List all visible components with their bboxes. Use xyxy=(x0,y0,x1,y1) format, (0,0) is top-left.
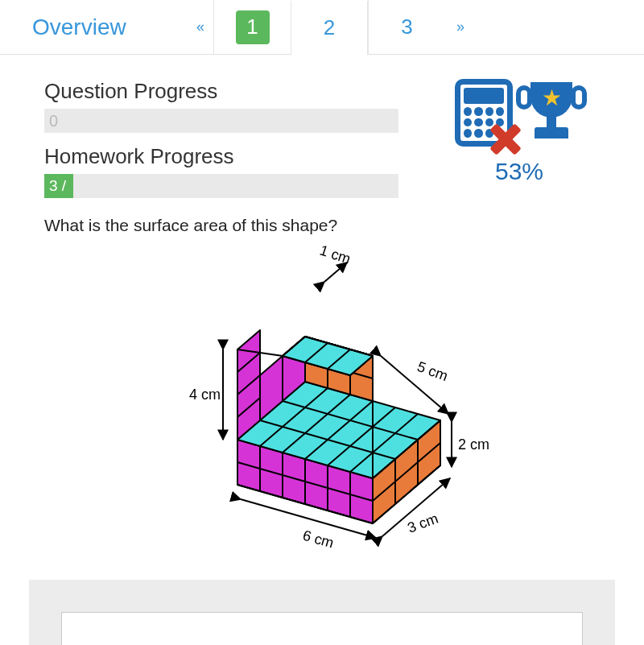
dim-bottom-right: 3 cm xyxy=(406,511,441,536)
homework-progress-label: Homework Progress xyxy=(44,144,398,169)
tab-pager: « 1 2 3 » xyxy=(185,0,620,55)
question-progress-bar: 0 xyxy=(44,109,398,133)
answer-area xyxy=(29,580,615,645)
tab-page-3[interactable]: 3 xyxy=(368,0,445,55)
dim-bottom-left: 6 cm xyxy=(301,527,336,549)
question-progress-label: Question Progress xyxy=(44,79,398,104)
star-icon: ★ xyxy=(542,87,562,110)
calculator-icon[interactable] xyxy=(455,79,513,150)
homework-progress-bar: 3 / xyxy=(44,174,398,198)
shape-svg: 4 cm 1 cm 5 cm 2 cm 6 cm 3 cm xyxy=(149,243,495,549)
trophy-icon[interactable]: ★ xyxy=(519,79,584,150)
tab-overview[interactable]: Overview xyxy=(24,14,185,40)
close-icon xyxy=(490,124,521,155)
tab-bar: Overview « 1 2 3 » xyxy=(0,0,644,55)
pager-prev[interactable]: « xyxy=(185,19,213,35)
answer-input[interactable] xyxy=(61,612,583,645)
shape-diagram: 4 cm 1 cm 5 cm 2 cm 6 cm 3 cm xyxy=(149,243,495,549)
dim-right: 2 cm xyxy=(458,436,489,453)
tab-page-1[interactable]: 1 xyxy=(213,0,291,55)
award-panel: ★ 53% xyxy=(439,79,600,185)
homework-progress-fill: 3 / xyxy=(44,174,73,198)
tab-page-2[interactable]: 2 xyxy=(291,1,368,56)
question-text: What is the surface area of this shape? xyxy=(44,216,600,235)
tab-page-2-label: 2 xyxy=(312,10,346,44)
dim-left: 4 cm xyxy=(189,387,221,403)
pager-next[interactable]: » xyxy=(445,19,473,35)
question-progress-value: 0 xyxy=(49,112,58,130)
award-percent: 53% xyxy=(439,158,600,185)
tab-page-3-label: 3 xyxy=(390,10,424,44)
dim-top: 1 cm xyxy=(318,243,353,267)
dim-right-top: 5 cm xyxy=(415,358,451,384)
main-content: Question Progress 0 Homework Progress 3 … xyxy=(0,55,644,549)
tab-page-1-label: 1 xyxy=(236,10,270,44)
